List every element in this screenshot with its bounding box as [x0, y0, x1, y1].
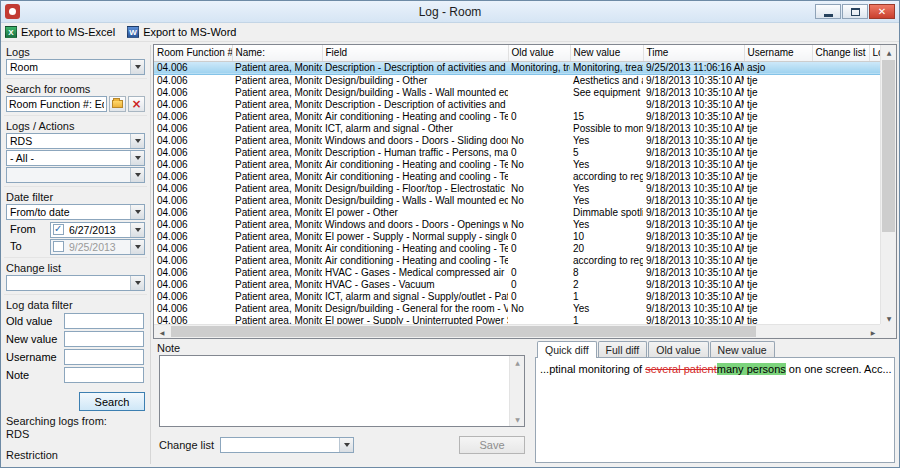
column-header[interactable]: New value: [570, 45, 643, 61]
tab-new-value[interactable]: New value: [710, 341, 775, 358]
clear-room-filter-button[interactable]: ×: [128, 96, 145, 112]
search-button[interactable]: Search: [79, 392, 145, 411]
to-checkbox[interactable]: [53, 241, 64, 252]
table-row[interactable]: 04.006Patient area, MonitoringAir condit…: [154, 111, 881, 123]
tab-full-diff[interactable]: Full diff: [598, 341, 648, 358]
scroll-down-icon[interactable]: ▼: [881, 311, 897, 325]
table-cell: 9/18/2013 10:35:10 AM: [643, 243, 744, 255]
excel-icon: X: [5, 26, 17, 38]
browse-rooms-button[interactable]: [109, 96, 126, 112]
table-cell: El power - Other: [322, 207, 508, 219]
chevron-down-icon[interactable]: [130, 223, 144, 237]
log-data-filter-group: Log data filter Old value New value User…: [4, 298, 147, 386]
chevron-down-icon[interactable]: [130, 151, 144, 165]
export-excel-button[interactable]: X Export to MS-Excel: [5, 26, 115, 38]
save-button[interactable]: Save: [459, 436, 525, 454]
log-table-body: 04.006Patient area, MonitoringDescriptio…: [154, 61, 881, 325]
export-word-button[interactable]: W Export to MS-Word: [127, 26, 236, 38]
table-cell: Patient area, Monitoring: [232, 123, 322, 135]
table-cell: No: [508, 303, 570, 315]
table-row[interactable]: 04.006Patient area, MonitoringAir condit…: [154, 171, 881, 183]
vertical-scroll-thumb[interactable]: [882, 60, 895, 232]
chevron-down-icon[interactable]: [130, 240, 144, 254]
table-cell: Yes: [570, 183, 643, 195]
table-row[interactable]: 04.006Patient area, MonitoringDescriptio…: [154, 147, 881, 159]
new-value-filter-input[interactable]: [64, 331, 144, 347]
old-value-filter-input[interactable]: [64, 313, 144, 329]
logs-label: Logs: [6, 46, 145, 58]
table-cell: 9/18/2013 10:35:10 AM: [643, 279, 744, 291]
log-data-filter-label: Log data filter: [6, 299, 145, 311]
table-row[interactable]: 04.006Patient area, MonitoringICT, alarm…: [154, 291, 881, 303]
table-row[interactable]: 04.006Patient area, MonitoringDesign/bui…: [154, 183, 881, 195]
column-header[interactable]: Username: [744, 45, 812, 61]
table-cell: Design/building - General for the room -…: [322, 303, 508, 315]
table-row[interactable]: 04.006Patient area, MonitoringDesign/bui…: [154, 303, 881, 315]
username-filter-input[interactable]: [64, 349, 144, 365]
table-cell: 9/18/2013 10:35:10 AM: [643, 303, 744, 315]
scroll-up-icon[interactable]: ▲: [510, 356, 525, 369]
table-row[interactable]: 04.006Patient area, MonitoringDescriptio…: [154, 99, 881, 111]
table-cell: ICT, alarm and signal - Other: [322, 123, 508, 135]
table-row[interactable]: 04.006Patient area, MonitoringDesign/bui…: [154, 87, 881, 99]
table-row[interactable]: 04.006Patient area, MonitoringWindows an…: [154, 219, 881, 231]
chevron-down-icon[interactable]: [130, 276, 144, 290]
logs-select[interactable]: Room: [6, 59, 145, 75]
table-row[interactable]: 04.006Patient area, MonitoringWindows an…: [154, 135, 881, 147]
scroll-right-icon[interactable]: ▶: [865, 325, 881, 339]
table-cell: 9/18/2013 10:35:10 AM: [643, 255, 744, 267]
chevron-down-icon[interactable]: [130, 60, 144, 74]
table-row[interactable]: 04.006Patient area, MonitoringICT, alarm…: [154, 123, 881, 135]
chevron-down-icon[interactable]: [130, 134, 144, 148]
horizontal-scroll-thumb[interactable]: [171, 326, 756, 337]
chevron-down-icon[interactable]: [130, 168, 144, 182]
scroll-down-icon[interactable]: ▼: [510, 413, 525, 426]
tab-old-value[interactable]: Old value: [648, 341, 708, 358]
table-row[interactable]: 04.006Patient area, MonitoringAir condit…: [154, 255, 881, 267]
table-cell: Patient area, Monitoring: [232, 87, 322, 99]
note-filter-input[interactable]: [64, 367, 144, 383]
table-row[interactable]: 04.006Patient area, MonitoringHVAC - Gas…: [154, 267, 881, 279]
note-textarea[interactable]: [160, 356, 509, 426]
room-search-input[interactable]: [6, 96, 107, 112]
column-header[interactable]: Change list: [812, 45, 869, 61]
new-value-filter-label: New value: [6, 333, 64, 345]
column-header[interactable]: Name:: [232, 45, 322, 61]
action-select[interactable]: - All -: [6, 150, 145, 166]
scroll-up-icon[interactable]: ▲: [881, 45, 897, 59]
from-checkbox[interactable]: [53, 224, 64, 235]
table-row[interactable]: 04.006Patient area, MonitoringDesign/bui…: [154, 74, 881, 87]
table-row[interactable]: 04.006Patient area, MonitoringAir condit…: [154, 243, 881, 255]
table-cell: Possible to monito...: [570, 123, 643, 135]
from-date-picker[interactable]: 6/27/2013: [50, 222, 145, 238]
table-row[interactable]: 04.006Patient area, MonitoringDescriptio…: [154, 61, 881, 74]
close-button[interactable]: ✕: [869, 4, 895, 19]
tab-quick-diff[interactable]: Quick diff: [537, 341, 597, 358]
maximize-button[interactable]: [842, 4, 868, 19]
column-header[interactable]: Old value: [508, 45, 570, 61]
to-date-picker[interactable]: 9/25/2013: [50, 239, 145, 255]
log-source-select[interactable]: RDS: [6, 133, 145, 149]
change-list-label: Change list: [6, 262, 145, 274]
column-header[interactable]: Room Function #:: [154, 45, 232, 61]
date-filter-select[interactable]: From/to date: [6, 204, 145, 220]
note-scrollbar[interactable]: ▲ ▼: [509, 356, 524, 426]
scroll-left-icon[interactable]: ◀: [154, 325, 170, 339]
horizontal-scrollbar[interactable]: ◀ ▶: [154, 324, 881, 338]
table-row[interactable]: 04.006Patient area, MonitoringDesign/bui…: [154, 195, 881, 207]
table-row[interactable]: 04.006Patient area, MonitoringAir condit…: [154, 159, 881, 171]
minimize-button[interactable]: [815, 4, 841, 19]
chevron-down-icon[interactable]: [130, 205, 144, 219]
note-change-list-select[interactable]: [220, 437, 354, 453]
table-row[interactable]: 04.006Patient area, MonitoringEl power -…: [154, 231, 881, 243]
table-row[interactable]: 04.006Patient area, MonitoringEl power -…: [154, 207, 881, 219]
table-cell: Design/building - Walls - Wall mounted e…: [322, 195, 508, 207]
chevron-down-icon[interactable]: [339, 438, 353, 452]
column-header[interactable]: Field: [322, 45, 508, 61]
column-header[interactable]: Time: [643, 45, 744, 61]
export-excel-label: Export to MS-Excel: [21, 26, 115, 38]
change-list-select[interactable]: [6, 275, 145, 291]
vertical-scrollbar[interactable]: ▲ ▼: [880, 45, 896, 325]
sub-action-select[interactable]: [6, 167, 145, 183]
table-row[interactable]: 04.006Patient area, MonitoringHVAC - Gas…: [154, 279, 881, 291]
